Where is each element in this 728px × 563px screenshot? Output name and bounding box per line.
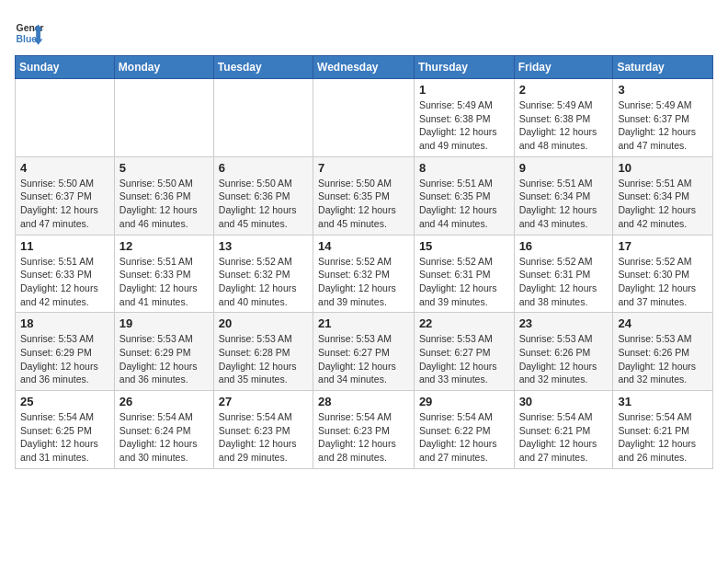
calendar-cell: 2Sunrise: 5:49 AM Sunset: 6:38 PM Daylig… [514,79,613,157]
svg-text:Blue: Blue [17,34,38,44]
calendar-cell: 23Sunrise: 5:53 AM Sunset: 6:26 PM Dayli… [514,313,613,391]
calendar-cell: 22Sunrise: 5:53 AM Sunset: 6:27 PM Dayli… [414,313,514,391]
day-number: 24 [618,316,708,330]
cell-text: Sunrise: 5:51 AM Sunset: 6:34 PM Dayligh… [519,177,609,231]
weekday-tuesday: Tuesday [213,56,313,79]
weekday-wednesday: Wednesday [313,56,415,79]
day-number: 9 [519,161,609,175]
cell-text: Sunrise: 5:52 AM Sunset: 6:31 PM Dayligh… [519,255,609,309]
cell-text: Sunrise: 5:54 AM Sunset: 6:21 PM Dayligh… [519,410,609,465]
calendar-cell: 1Sunrise: 5:49 AM Sunset: 6:38 PM Daylig… [414,79,514,157]
cell-text: Sunrise: 5:50 AM Sunset: 6:36 PM Dayligh… [219,177,308,231]
cell-text: Sunrise: 5:53 AM Sunset: 6:28 PM Dayligh… [219,332,308,386]
calendar-cell: 15Sunrise: 5:52 AM Sunset: 6:31 PM Dayli… [414,235,514,313]
calendar-cell: 17Sunrise: 5:52 AM Sunset: 6:30 PM Dayli… [613,235,713,313]
calendar-cell: 30Sunrise: 5:54 AM Sunset: 6:21 PM Dayli… [514,391,613,469]
calendar-cell: 5Sunrise: 5:50 AM Sunset: 6:36 PM Daylig… [114,156,213,235]
calendar-cell [313,79,415,157]
day-number: 4 [20,161,109,175]
day-number: 15 [419,239,509,253]
cell-text: Sunrise: 5:50 AM Sunset: 6:37 PM Dayligh… [20,177,109,231]
calendar-cell: 11Sunrise: 5:51 AM Sunset: 6:33 PM Dayli… [16,235,115,313]
day-number: 8 [419,161,509,175]
day-number: 19 [119,316,209,330]
day-number: 21 [318,316,409,330]
page-header: General Blue [15,15,713,48]
calendar-cell: 21Sunrise: 5:53 AM Sunset: 6:27 PM Dayli… [313,313,415,391]
day-number: 29 [419,395,509,408]
calendar-cell: 8Sunrise: 5:51 AM Sunset: 6:35 PM Daylig… [414,156,514,235]
calendar-cell: 13Sunrise: 5:52 AM Sunset: 6:32 PM Dayli… [213,235,313,313]
cell-text: Sunrise: 5:53 AM Sunset: 6:29 PM Dayligh… [20,332,109,386]
day-number: 17 [618,239,708,253]
day-number: 16 [519,239,609,253]
calendar-cell: 9Sunrise: 5:51 AM Sunset: 6:34 PM Daylig… [514,156,613,235]
logo: General Blue [15,18,44,48]
day-number: 18 [20,316,109,330]
cell-text: Sunrise: 5:51 AM Sunset: 6:33 PM Dayligh… [20,255,109,309]
cell-text: Sunrise: 5:53 AM Sunset: 6:29 PM Dayligh… [119,332,209,386]
calendar-cell: 19Sunrise: 5:53 AM Sunset: 6:29 PM Dayli… [114,313,213,391]
calendar-cell: 29Sunrise: 5:54 AM Sunset: 6:22 PM Dayli… [414,391,514,469]
cell-text: Sunrise: 5:54 AM Sunset: 6:23 PM Dayligh… [219,410,308,465]
cell-text: Sunrise: 5:51 AM Sunset: 6:33 PM Dayligh… [119,255,209,309]
weekday-sunday: Sunday [16,56,115,79]
cell-text: Sunrise: 5:54 AM Sunset: 6:24 PM Dayligh… [119,410,209,465]
weekday-friday: Friday [514,56,613,79]
cell-text: Sunrise: 5:53 AM Sunset: 6:27 PM Dayligh… [318,332,409,386]
day-number: 23 [519,316,609,330]
cell-text: Sunrise: 5:49 AM Sunset: 6:38 PM Dayligh… [419,98,509,153]
day-number: 20 [219,316,308,330]
day-number: 25 [20,395,109,408]
day-number: 28 [318,395,409,408]
cell-text: Sunrise: 5:50 AM Sunset: 6:35 PM Dayligh… [318,177,409,231]
cell-text: Sunrise: 5:53 AM Sunset: 6:26 PM Dayligh… [519,332,609,386]
day-number: 27 [219,395,308,408]
day-number: 2 [519,83,609,97]
cell-text: Sunrise: 5:51 AM Sunset: 6:35 PM Dayligh… [419,177,509,231]
logo-icon: General Blue [15,18,44,48]
cell-text: Sunrise: 5:52 AM Sunset: 6:32 PM Dayligh… [219,255,308,309]
calendar-cell: 24Sunrise: 5:53 AM Sunset: 6:26 PM Dayli… [613,313,713,391]
cell-text: Sunrise: 5:53 AM Sunset: 6:26 PM Dayligh… [618,332,708,386]
cell-text: Sunrise: 5:51 AM Sunset: 6:34 PM Dayligh… [618,177,708,231]
calendar-cell: 12Sunrise: 5:51 AM Sunset: 6:33 PM Dayli… [114,235,213,313]
calendar-week-4: 18Sunrise: 5:53 AM Sunset: 6:29 PM Dayli… [16,313,713,391]
calendar-cell: 7Sunrise: 5:50 AM Sunset: 6:35 PM Daylig… [313,156,415,235]
calendar-cell: 16Sunrise: 5:52 AM Sunset: 6:31 PM Dayli… [514,235,613,313]
calendar-week-1: 1Sunrise: 5:49 AM Sunset: 6:38 PM Daylig… [16,79,713,157]
calendar-cell: 10Sunrise: 5:51 AM Sunset: 6:34 PM Dayli… [613,156,713,235]
calendar-cell: 6Sunrise: 5:50 AM Sunset: 6:36 PM Daylig… [213,156,313,235]
day-number: 6 [219,161,308,175]
day-number: 31 [618,395,708,408]
cell-text: Sunrise: 5:52 AM Sunset: 6:30 PM Dayligh… [618,255,708,309]
day-number: 7 [318,161,409,175]
calendar-week-5: 25Sunrise: 5:54 AM Sunset: 6:25 PM Dayli… [16,391,713,469]
cell-text: Sunrise: 5:49 AM Sunset: 6:38 PM Dayligh… [519,98,609,153]
cell-text: Sunrise: 5:54 AM Sunset: 6:21 PM Dayligh… [618,410,708,465]
cell-text: Sunrise: 5:52 AM Sunset: 6:31 PM Dayligh… [419,255,509,309]
cell-text: Sunrise: 5:54 AM Sunset: 6:25 PM Dayligh… [20,410,109,465]
day-number: 5 [119,161,209,175]
day-number: 10 [618,161,708,175]
cell-text: Sunrise: 5:54 AM Sunset: 6:22 PM Dayligh… [419,410,509,465]
calendar-cell: 14Sunrise: 5:52 AM Sunset: 6:32 PM Dayli… [313,235,415,313]
cell-text: Sunrise: 5:50 AM Sunset: 6:36 PM Dayligh… [119,177,209,231]
calendar-cell: 3Sunrise: 5:49 AM Sunset: 6:37 PM Daylig… [613,79,713,157]
calendar-cell: 25Sunrise: 5:54 AM Sunset: 6:25 PM Dayli… [16,391,115,469]
day-number: 26 [119,395,209,408]
calendar-week-2: 4Sunrise: 5:50 AM Sunset: 6:37 PM Daylig… [16,156,713,235]
weekday-monday: Monday [114,56,213,79]
day-number: 22 [419,316,509,330]
calendar-cell [114,79,213,157]
calendar-cell: 26Sunrise: 5:54 AM Sunset: 6:24 PM Dayli… [114,391,213,469]
calendar-cell: 31Sunrise: 5:54 AM Sunset: 6:21 PM Dayli… [613,391,713,469]
day-number: 1 [419,83,509,97]
day-number: 12 [119,239,209,253]
day-number: 14 [318,239,409,253]
calendar-cell: 20Sunrise: 5:53 AM Sunset: 6:28 PM Dayli… [213,313,313,391]
day-number: 13 [219,239,308,253]
weekday-saturday: Saturday [613,56,713,79]
calendar-week-3: 11Sunrise: 5:51 AM Sunset: 6:33 PM Dayli… [16,235,713,313]
calendar-cell: 18Sunrise: 5:53 AM Sunset: 6:29 PM Dayli… [16,313,115,391]
